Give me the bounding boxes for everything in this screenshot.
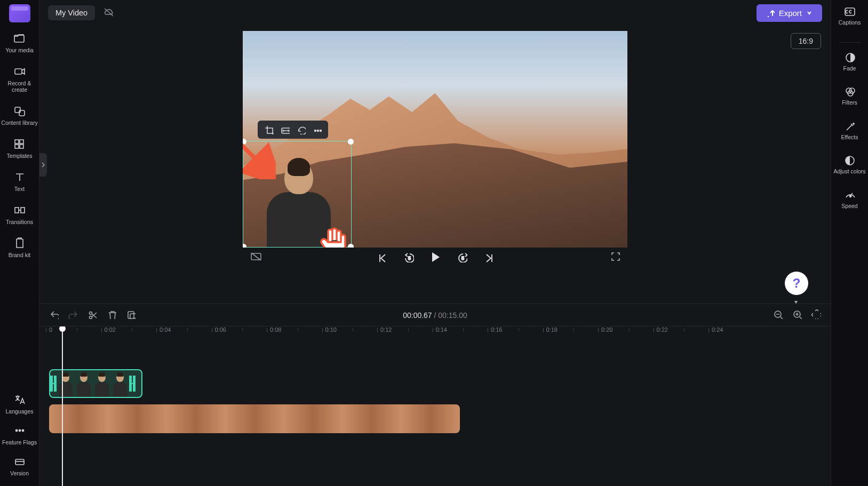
resize-handle-tl[interactable] [243,139,246,145]
sidebar-item-templates[interactable]: Templates [7,138,33,159]
filters-icon [844,85,856,97]
folder-icon [13,32,26,45]
right-item-effects[interactable]: Effects [841,120,858,141]
ruler-tick [77,328,77,331]
svg-point-10 [15,429,17,431]
zoom-fit-button[interactable] [811,309,821,321]
sidebar-item-feature-flags[interactable]: Feature Flags [2,424,37,445]
speed-icon [844,189,856,201]
app-logo[interactable] [9,4,30,22]
duplicate-button[interactable] [126,309,136,321]
cloud-sync-off-icon[interactable] [102,6,113,19]
sidebar-item-text[interactable]: Text [13,171,26,192]
svg-point-37 [849,195,851,197]
svg-rect-26 [128,312,134,318]
sidebar-item-transitions[interactable]: Transitions [6,204,33,225]
skip-back-button[interactable]: 5 [403,252,414,262]
right-item-filters[interactable]: Filters [842,85,857,106]
top-bar: My Video Export [39,0,831,26]
ruler-mark: 0:22 [657,326,668,333]
hide-controls-button[interactable] [250,251,262,263]
ruler-tick [187,328,188,331]
svg-line-21 [251,253,261,260]
jump-start-button[interactable] [377,252,387,262]
sidebar-label: Content library [1,119,37,126]
clip-thumb [75,370,93,397]
svg-point-17 [317,130,319,132]
clip-trim-right[interactable] [129,376,136,392]
zoom-in-button[interactable] [792,309,802,321]
split-button[interactable] [87,309,97,321]
rs-label: Adjust colors [833,169,865,175]
aspect-ratio-button[interactable]: 16:9 [791,33,821,49]
right-sidebar: Captions Fade Filters Effects Adjust col… [831,0,868,486]
ruler-tick [684,328,684,331]
svg-point-12 [22,429,23,431]
sidebar-label: Your media [5,47,34,53]
delete-button[interactable] [107,309,116,321]
rotate-button[interactable] [294,124,308,136]
ruler-mark: 0 [49,326,52,333]
templates-icon [13,138,26,150]
ruler-tick [574,328,574,331]
ruler-mark: 0:02 [105,326,116,333]
sidebar-label: Version [10,470,29,476]
selection-box[interactable] [243,141,352,248]
fit-button[interactable] [278,124,292,136]
sidebar-item-your-media[interactable]: Your media [5,32,34,53]
playhead[interactable] [62,326,63,486]
help-button[interactable]: ? [785,272,808,295]
expand-left-panel[interactable] [39,153,47,177]
sidebar-item-version[interactable]: Version [2,455,37,476]
sidebar-item-content-library[interactable]: Content library [1,105,37,126]
rs-label: Fade [843,66,856,72]
resize-handle-tr[interactable] [348,139,354,145]
ruler-mark: 0:16 [491,326,502,333]
crop-button[interactable] [262,124,276,136]
sidebar-item-languages[interactable]: Languages [2,393,37,415]
selection-toolbar [258,121,328,139]
clip-trim-left[interactable] [50,376,57,392]
canvas-wrap: 5 5 [243,31,627,248]
ruler-mark: 0:18 [546,326,558,333]
project-title[interactable]: My Video [48,5,95,20]
zoom-out-button[interactable] [773,309,783,321]
sidebar-item-brand-kit[interactable]: Brand kit [9,237,30,258]
timeline[interactable]: 00:020:040:060:080:100:120:140:160:180:2… [39,326,831,486]
timeline-ruler[interactable]: 00:020:040:060:080:100:120:140:160:180:2… [39,326,831,341]
jump-end-button[interactable] [483,252,494,262]
rs-label: Filters [842,100,857,106]
play-button[interactable] [430,251,441,263]
text-icon [13,171,26,184]
svg-point-16 [315,130,316,132]
effects-icon [844,120,856,132]
main-column: My Video Export [39,0,831,486]
more-options-button[interactable] [310,124,324,136]
svg-rect-31 [845,8,855,15]
ruler-mark: 0:24 [712,326,723,333]
undo-button[interactable] [49,309,59,321]
ruler-tick [519,328,519,331]
sidebar-item-record-create[interactable]: Record & create [0,65,39,93]
clip-thumb [49,404,460,433]
right-item-adjust-colors[interactable]: Adjust colors [833,154,865,175]
clip-landscape[interactable] [49,404,460,433]
preview-canvas[interactable] [243,31,627,248]
ruler-mark: 0:04 [160,326,171,333]
export-button[interactable]: Export [756,4,822,22]
fullscreen-button[interactable] [610,251,620,263]
skip-forward-button[interactable]: 5 [457,252,467,262]
ruler-mark: 0:08 [270,326,281,333]
redo-button [68,309,78,321]
export-label: Export [779,9,802,18]
right-item-captions[interactable]: Captions [839,5,861,26]
upload-icon [766,9,775,17]
right-item-fade[interactable]: Fade [843,51,856,72]
clip-thumb [111,370,129,397]
ruler-tick [463,328,464,331]
sidebar-label: Brand kit [9,252,30,258]
fade-icon [844,51,856,63]
right-item-speed[interactable]: Speed [841,189,857,210]
clip-avatar[interactable] [49,369,142,398]
sidebar-label: Record & create [0,80,39,93]
